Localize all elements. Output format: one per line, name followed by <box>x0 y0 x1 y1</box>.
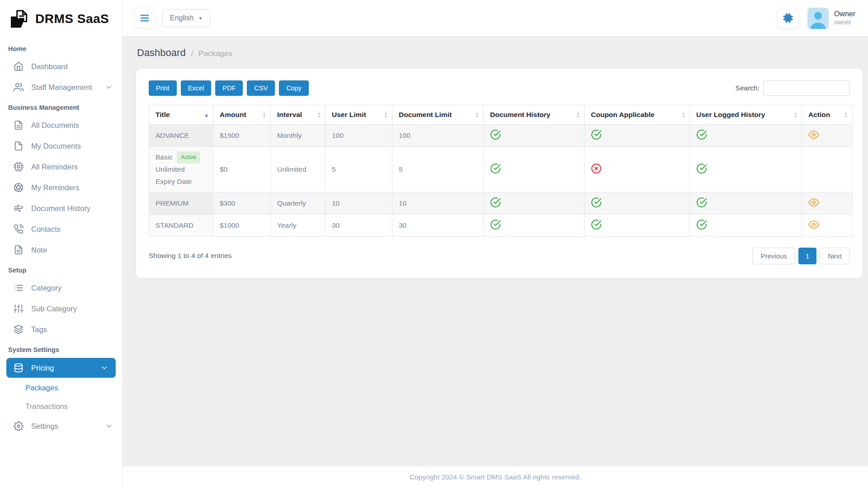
breadcrumb-dashboard[interactable]: Dashboard <box>137 47 186 59</box>
search-wrap: Search: <box>736 80 850 96</box>
cpu-icon <box>14 162 24 172</box>
column-header-interval[interactable]: Interval▲▼ <box>271 105 326 125</box>
sliders-icon <box>14 304 24 314</box>
eye-icon[interactable] <box>808 219 819 230</box>
sidebar-item-label: Staff Management <box>31 83 92 92</box>
status-badge: Active <box>177 151 200 164</box>
check-circle-icon <box>696 129 707 140</box>
phone-icon <box>14 224 24 234</box>
column-label: User Logged History <box>696 111 765 118</box>
cell-document_limit: 5 <box>392 147 484 192</box>
sidebar-item-my-documents[interactable]: My Documents <box>0 136 122 156</box>
next-page-button[interactable]: Next <box>820 248 850 264</box>
csv-button[interactable]: CSV <box>247 80 275 96</box>
column-label: Title <box>156 111 170 118</box>
breadcrumb-separator: / <box>191 50 193 58</box>
cell-action <box>802 125 853 147</box>
entries-info: Showing 1 to 4 of 4 entries <box>149 252 232 260</box>
table-row-basic: BasicActiveUnlimitedExpiry Date$0Unlimit… <box>149 147 853 192</box>
cell-coupon_applicable <box>585 192 690 214</box>
cell-amount: $0 <box>213 147 271 192</box>
page-1-button[interactable]: 1 <box>798 248 816 264</box>
sort-icon: ▲▼ <box>475 111 479 118</box>
breadcrumb-page: Packages <box>198 49 232 58</box>
wind-icon <box>14 203 24 213</box>
column-header-title[interactable]: Title▲ <box>149 105 213 125</box>
package-title: ADVANCE <box>156 130 207 141</box>
cell-amount: $300 <box>213 192 271 214</box>
eye-icon[interactable] <box>808 197 819 208</box>
package-title: BasicActiveUnlimitedExpiry Date <box>156 151 207 188</box>
sidebar-item-staff-management[interactable]: Staff Management <box>0 77 122 98</box>
page-footer: Copyright 2024 © Smart DMS SaaS All righ… <box>123 466 868 488</box>
column-header-user-logged-history[interactable]: User Logged History▲▼ <box>690 105 802 125</box>
sidebar-item-label: Dashboard <box>31 62 68 71</box>
sort-icon: ▲▼ <box>317 111 321 118</box>
column-label: Interval <box>277 111 302 118</box>
cell-coupon_applicable <box>585 125 690 147</box>
brand-logo[interactable]: DRMS SaaS <box>0 0 122 37</box>
sidebar-item-my-reminders[interactable]: My Reminders <box>0 177 122 198</box>
sidebar-toggle-button[interactable] <box>134 8 155 28</box>
package-title: STANDARD <box>156 220 207 231</box>
sidebar-item-category[interactable]: Category <box>0 277 122 298</box>
cell-document_limit: 100 <box>392 125 484 147</box>
settings-button[interactable] <box>778 8 798 28</box>
check-circle-icon <box>696 219 707 230</box>
column-header-document-limit[interactable]: Document Limit▲▼ <box>392 105 484 125</box>
breadcrumb: Dashboard / Packages <box>123 36 868 63</box>
sidebar-item-note[interactable]: Note <box>0 239 122 260</box>
column-header-amount[interactable]: Amount▲▼ <box>213 105 271 125</box>
column-header-action[interactable]: Action▲▼ <box>802 105 853 125</box>
column-header-document-history[interactable]: Document History▲▼ <box>484 105 585 125</box>
package-title-text: Basic <box>156 153 173 161</box>
sidebar-item-settings[interactable]: Settings <box>0 416 122 436</box>
sidebar-item-label: Category <box>31 284 61 292</box>
table-row-premium: PREMIUM$300Quarterly1010 <box>149 192 853 214</box>
cell-user_limit: 10 <box>326 192 392 214</box>
user-meta[interactable]: Owner owner <box>834 9 855 27</box>
previous-page-button[interactable]: Previous <box>752 248 795 264</box>
column-header-coupon-applicable[interactable]: Coupon Applicable▲▼ <box>585 105 690 125</box>
cell-user_logged_history <box>690 192 802 214</box>
check-circle-icon <box>591 197 602 208</box>
user-avatar[interactable] <box>807 8 829 29</box>
cell-interval: Unlimited <box>271 147 326 192</box>
sidebar-section-setup: Setup <box>0 260 122 277</box>
sidebar-item-all-documents[interactable]: All Documents <box>0 115 122 136</box>
sidebar-item-dashboard[interactable]: Dashboard <box>0 56 122 77</box>
sidebar-subitem-packages[interactable]: Packages <box>0 379 122 397</box>
search-input[interactable] <box>763 80 850 96</box>
sidebar-item-document-history[interactable]: Document History <box>0 198 122 219</box>
sidebar-item-pricing[interactable]: Pricing <box>6 358 116 378</box>
column-header-user-limit[interactable]: User Limit▲▼ <box>326 105 392 125</box>
sidebar-item-all-reminders[interactable]: All Reminders <box>0 156 122 177</box>
layers-icon <box>14 324 24 334</box>
sidebar-item-sub-category[interactable]: Sub Category <box>0 298 122 319</box>
cell-title: ADVANCE <box>149 125 213 147</box>
package-title-text: STANDARD <box>156 221 193 229</box>
column-label: Document Limit <box>399 111 452 118</box>
copy-button[interactable]: Copy <box>279 80 309 96</box>
sidebar-item-tags[interactable]: Tags <box>0 319 122 340</box>
sort-icon: ▲▼ <box>681 111 685 118</box>
cell-user_logged_history <box>690 214 802 236</box>
print-button[interactable]: Print <box>149 80 177 96</box>
sidebar-item-contacts[interactable]: Contacts <box>0 219 122 239</box>
eye-icon[interactable] <box>808 129 819 140</box>
sidebar-item-label: My Documents <box>31 142 81 150</box>
packages-card: PrintExcelPDFCSVCopy Search: Title▲Amoun… <box>136 69 863 278</box>
pdf-button[interactable]: PDF <box>215 80 243 96</box>
check-circle-icon <box>696 197 707 208</box>
excel-button[interactable]: Excel <box>181 80 211 96</box>
language-dropdown[interactable]: English ▼ <box>162 9 210 27</box>
folder-document-icon <box>10 9 31 28</box>
sidebar-subitem-transactions[interactable]: Transactions <box>0 397 122 416</box>
table-toolbar: PrintExcelPDFCSVCopy Search: <box>149 80 850 96</box>
check-circle-icon <box>696 163 707 174</box>
x-circle-icon <box>591 163 602 174</box>
search-label: Search: <box>736 84 760 92</box>
column-label: Amount <box>220 111 246 118</box>
cell-document_history <box>484 147 585 192</box>
cell-user_limit: 30 <box>326 214 392 236</box>
